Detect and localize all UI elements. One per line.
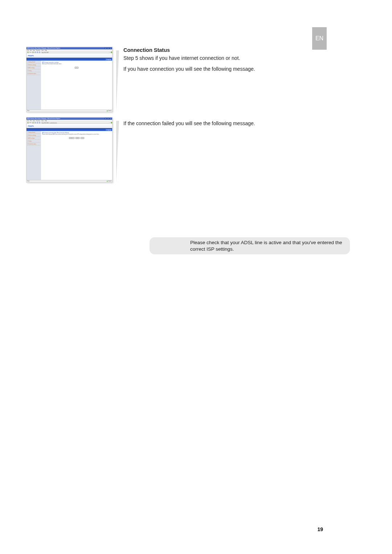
ss2-main: ADSL internet connection failed. Please … bbox=[41, 131, 112, 180]
menu-edit: Edit bbox=[30, 120, 32, 122]
address-bar: http://192.168.1 bbox=[41, 52, 110, 53]
status-right: Internet bbox=[107, 110, 111, 111]
menu-edit: Edit bbox=[30, 50, 32, 51]
go-icon bbox=[111, 122, 112, 123]
text-col-1: Connection Status Step 5 shows if you ha… bbox=[123, 47, 324, 77]
row-success: ADSL Wireless Base Station Webpages - Mi… bbox=[26, 47, 324, 112]
sidebar-item: 3. ADSL settings bbox=[27, 138, 40, 140]
ss2-body: 1. Getting Started 2. Wireless settings … bbox=[26, 131, 112, 180]
back-label: Back bbox=[29, 122, 32, 123]
home-icon bbox=[39, 122, 40, 123]
stop-icon bbox=[34, 52, 36, 53]
menu-view: View bbox=[33, 120, 35, 122]
home-icon bbox=[39, 52, 40, 53]
back-icon bbox=[27, 122, 29, 123]
menu-file: File bbox=[27, 120, 29, 122]
fail-note: If the connection failed you will see th… bbox=[123, 120, 324, 127]
ss2-msg2: Please check that your ADSL line is acti… bbox=[42, 134, 111, 135]
screenshot-success-wrap: ADSL Wireless Base Station Webpages - Mi… bbox=[26, 47, 116, 112]
sidebar-item: 2. Wireless settings bbox=[27, 64, 40, 66]
ss1-msg2: Below you'll find detailed information a… bbox=[42, 63, 111, 65]
ok-button: OK bbox=[81, 137, 84, 139]
intro-text: Step 5 shows if you have internet connec… bbox=[123, 55, 324, 62]
warning-note: Please check that your ADSL line is acti… bbox=[150, 237, 350, 254]
text-col-2: If the connection failed you will see th… bbox=[123, 117, 324, 131]
refresh-icon bbox=[37, 52, 38, 53]
shadow bbox=[116, 121, 119, 182]
ss1-statusbar: Done Internet bbox=[26, 110, 112, 112]
ss1-body: 1. Getting Started 2. Wireless settings … bbox=[26, 61, 112, 110]
ss2-header: PHILIPS bbox=[26, 124, 112, 129]
menu-fav: Favorites bbox=[36, 120, 40, 122]
section-title: Connection Status bbox=[123, 47, 324, 54]
ss1-header: PHILIPS bbox=[26, 53, 112, 58]
status-right: Internet bbox=[107, 181, 111, 182]
ss1-title: ADSL Wireless Base Station Webpages - Mi… bbox=[27, 48, 60, 49]
screenshot-success: ADSL Wireless Base Station Webpages - Mi… bbox=[26, 47, 113, 112]
window-controls bbox=[105, 48, 112, 49]
ss2-sidebar: 1. Getting Started 2. Wireless settings … bbox=[26, 131, 41, 180]
ss2-title: ADSL Wireless Base Station Webpages - Mi… bbox=[27, 118, 60, 119]
screenshot-fail: ADSL Wireless Base Station Webpages - Mi… bbox=[26, 117, 113, 182]
language-tab: EN bbox=[312, 27, 327, 50]
address-bar: http://192.168.1/...connection.stm bbox=[41, 122, 110, 123]
success-note: If you have connection you will see the … bbox=[123, 66, 324, 73]
sidebar-item: 3. ADSL settings bbox=[27, 67, 40, 69]
retry-button: RETRY bbox=[69, 137, 74, 139]
back-button: Back bbox=[75, 137, 80, 139]
menu-view: View bbox=[33, 50, 35, 51]
fwd-icon bbox=[32, 52, 34, 53]
row-fail: ADSL Wireless Base Station Webpages - Mi… bbox=[26, 117, 324, 182]
brand-logo: PHILIPS bbox=[28, 125, 34, 127]
menu-help: Help bbox=[45, 120, 47, 122]
brand-logo: PHILIPS bbox=[28, 55, 34, 57]
sidebar-item: 1. Getting Started bbox=[27, 61, 40, 63]
menu-help: Help bbox=[45, 50, 47, 51]
menu-tools: Tools bbox=[41, 50, 44, 51]
refresh-icon bbox=[37, 122, 38, 123]
screenshot-fail-wrap: ADSL Wireless Base Station Webpages - Mi… bbox=[26, 117, 116, 182]
page-content: ADSL Wireless Base Station Webpages - Mi… bbox=[26, 47, 324, 188]
page-number: 19 bbox=[317, 526, 323, 532]
menu-tools: Tools bbox=[41, 120, 44, 122]
shadow bbox=[116, 50, 119, 112]
status-left: Done bbox=[27, 110, 29, 111]
sidebar-item: 5.Connection status bbox=[27, 143, 40, 145]
sidebar-item: 1. Getting Started bbox=[27, 132, 40, 134]
menu-fav: Favorites bbox=[36, 50, 40, 51]
sidebar-item: 2. Wireless settings bbox=[27, 135, 40, 137]
status-left: Done bbox=[27, 181, 29, 182]
menu-file: File bbox=[27, 50, 29, 51]
ss2-statusbar: Done Internet bbox=[26, 180, 112, 182]
sidebar-item: 4. Saving bbox=[27, 70, 40, 72]
ss1-sidebar: 1. Getting Started 2. Wireless settings … bbox=[26, 61, 41, 110]
sidebar-item: 5.Connection status bbox=[27, 73, 40, 75]
back-label: Back bbox=[29, 52, 32, 53]
ss2-buttons: RETRY Back OK bbox=[42, 137, 111, 139]
window-controls bbox=[105, 118, 112, 119]
fwd-icon bbox=[32, 122, 34, 123]
go-icon bbox=[111, 52, 112, 53]
back-icon bbox=[27, 52, 29, 53]
sidebar-item: 4. Saving bbox=[27, 140, 40, 143]
stop-icon bbox=[34, 122, 36, 123]
ss1-buttons: OK bbox=[42, 67, 111, 69]
ss1-main: ADSL internet connection is working. Bel… bbox=[41, 61, 112, 110]
ok-button: OK bbox=[75, 67, 78, 69]
